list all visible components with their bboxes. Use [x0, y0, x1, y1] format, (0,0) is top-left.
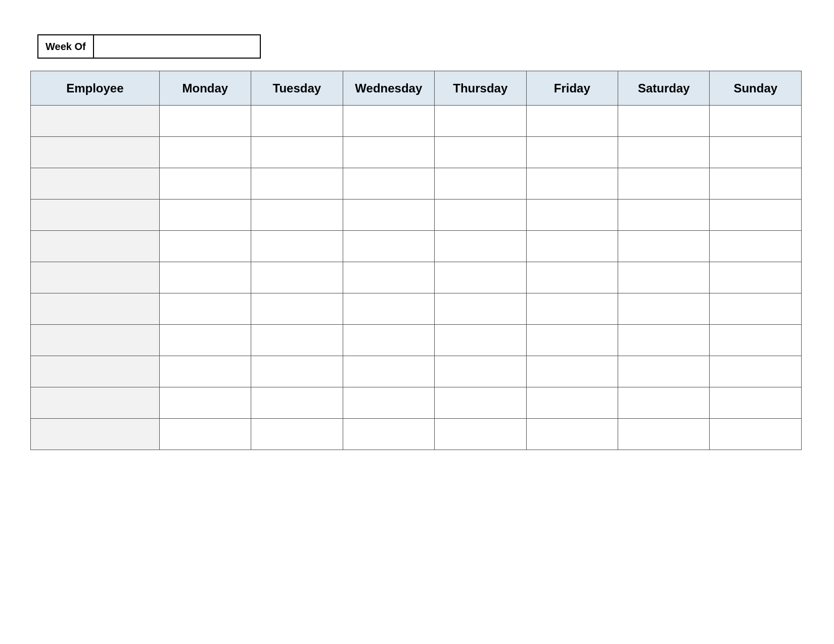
day-cell[interactable] — [526, 387, 618, 419]
day-cell[interactable] — [618, 356, 710, 387]
day-cell[interactable] — [343, 293, 434, 325]
day-cell[interactable] — [251, 356, 343, 387]
day-cell[interactable] — [343, 168, 434, 200]
day-cell[interactable] — [526, 106, 618, 137]
day-cell[interactable] — [251, 387, 343, 419]
day-cell[interactable] — [710, 293, 802, 325]
col-header-employee: Employee — [31, 71, 160, 106]
day-cell[interactable] — [435, 387, 526, 419]
employee-cell[interactable] — [31, 356, 160, 387]
day-cell[interactable] — [526, 200, 618, 231]
day-cell[interactable] — [435, 137, 526, 168]
day-cell[interactable] — [343, 387, 434, 419]
day-cell[interactable] — [435, 419, 526, 450]
day-cell[interactable] — [343, 356, 434, 387]
week-of-input[interactable] — [94, 34, 261, 59]
day-cell[interactable] — [343, 106, 434, 137]
day-cell[interactable] — [159, 325, 251, 356]
day-cell[interactable] — [618, 168, 710, 200]
day-cell[interactable] — [618, 387, 710, 419]
day-cell[interactable] — [710, 137, 802, 168]
day-cell[interactable] — [710, 231, 802, 262]
table-row — [31, 168, 802, 200]
day-cell[interactable] — [710, 419, 802, 450]
day-cell[interactable] — [159, 293, 251, 325]
day-cell[interactable] — [343, 231, 434, 262]
employee-cell[interactable] — [31, 262, 160, 293]
day-cell[interactable] — [710, 325, 802, 356]
day-cell[interactable] — [435, 231, 526, 262]
day-cell[interactable] — [710, 262, 802, 293]
day-cell[interactable] — [618, 137, 710, 168]
day-cell[interactable] — [618, 325, 710, 356]
employee-cell[interactable] — [31, 293, 160, 325]
day-cell[interactable] — [618, 231, 710, 262]
day-cell[interactable] — [251, 325, 343, 356]
day-cell[interactable] — [618, 200, 710, 231]
day-cell[interactable] — [159, 200, 251, 231]
day-cell[interactable] — [710, 168, 802, 200]
day-cell[interactable] — [526, 325, 618, 356]
day-cell[interactable] — [526, 137, 618, 168]
day-cell[interactable] — [435, 262, 526, 293]
day-cell[interactable] — [159, 356, 251, 387]
table-row — [31, 356, 802, 387]
day-cell[interactable] — [159, 231, 251, 262]
day-cell[interactable] — [618, 293, 710, 325]
employee-cell[interactable] — [31, 419, 160, 450]
day-cell[interactable] — [343, 200, 434, 231]
employee-cell[interactable] — [31, 200, 160, 231]
day-cell[interactable] — [526, 231, 618, 262]
day-cell[interactable] — [159, 137, 251, 168]
day-cell[interactable] — [251, 106, 343, 137]
employee-cell[interactable] — [31, 325, 160, 356]
employee-cell[interactable] — [31, 137, 160, 168]
day-cell[interactable] — [435, 325, 526, 356]
table-row — [31, 200, 802, 231]
day-cell[interactable] — [710, 200, 802, 231]
table-row — [31, 325, 802, 356]
day-cell[interactable] — [343, 262, 434, 293]
day-cell[interactable] — [435, 106, 526, 137]
day-cell[interactable] — [159, 106, 251, 137]
day-cell[interactable] — [159, 168, 251, 200]
employee-cell[interactable] — [31, 168, 160, 200]
employee-cell[interactable] — [31, 387, 160, 419]
table-row — [31, 419, 802, 450]
day-cell[interactable] — [526, 262, 618, 293]
day-cell[interactable] — [159, 387, 251, 419]
day-cell[interactable] — [618, 262, 710, 293]
day-cell[interactable] — [526, 356, 618, 387]
day-cell[interactable] — [435, 168, 526, 200]
day-cell[interactable] — [710, 356, 802, 387]
day-cell[interactable] — [435, 200, 526, 231]
day-cell[interactable] — [251, 168, 343, 200]
day-cell[interactable] — [343, 137, 434, 168]
day-cell[interactable] — [251, 231, 343, 262]
col-header-sunday: Sunday — [710, 71, 802, 106]
col-header-saturday: Saturday — [618, 71, 710, 106]
day-cell[interactable] — [159, 419, 251, 450]
day-cell[interactable] — [710, 387, 802, 419]
day-cell[interactable] — [710, 106, 802, 137]
day-cell[interactable] — [526, 419, 618, 450]
day-cell[interactable] — [435, 356, 526, 387]
table-row — [31, 293, 802, 325]
col-header-monday: Monday — [159, 71, 251, 106]
day-cell[interactable] — [343, 419, 434, 450]
day-cell[interactable] — [251, 137, 343, 168]
day-cell[interactable] — [526, 168, 618, 200]
day-cell[interactable] — [159, 262, 251, 293]
employee-cell[interactable] — [31, 231, 160, 262]
day-cell[interactable] — [251, 200, 343, 231]
day-cell[interactable] — [526, 293, 618, 325]
day-cell[interactable] — [251, 419, 343, 450]
day-cell[interactable] — [343, 325, 434, 356]
day-cell[interactable] — [435, 293, 526, 325]
day-cell[interactable] — [251, 262, 343, 293]
day-cell[interactable] — [618, 419, 710, 450]
day-cell[interactable] — [251, 293, 343, 325]
document-page: Week Of Employee Monday Tuesday Wednesda… — [0, 0, 834, 450]
employee-cell[interactable] — [31, 106, 160, 137]
day-cell[interactable] — [618, 106, 710, 137]
